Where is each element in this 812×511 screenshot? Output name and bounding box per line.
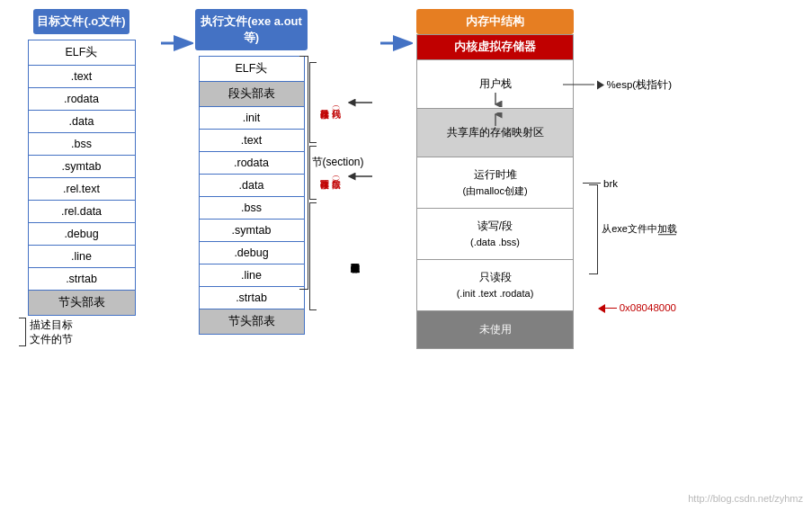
arrow1 bbox=[159, 9, 193, 54]
esp-label: %esp(栈指针) bbox=[563, 78, 672, 92]
seg1-arrow bbox=[347, 97, 374, 111]
arrow1-svg bbox=[159, 32, 193, 54]
col2-row-10: .strtab bbox=[200, 287, 304, 309]
col2-area: 执行文件(exe a.out等) ELF头 段头部表 .init .text .… bbox=[195, 9, 377, 335]
addr-label: 0x08048000 bbox=[599, 302, 676, 313]
col1-row-6: .rel.text bbox=[29, 178, 135, 201]
col1-row-0: ELF头 bbox=[29, 40, 135, 66]
col2-row-4: .rodata bbox=[200, 152, 304, 175]
mem-unused-wrap: 未使用 bbox=[417, 311, 573, 348]
col2-row-5: .data bbox=[200, 175, 304, 197]
col2-row-8: .debug bbox=[200, 242, 304, 264]
mem-readwrite: 读写/段(.data .bss) bbox=[417, 209, 573, 260]
from-exe-text: 从exe文件中加载 bbox=[602, 222, 677, 236]
arrow2-svg bbox=[379, 32, 413, 54]
col2-row-11: 节头部表 bbox=[200, 309, 304, 334]
col1-row-10: .strtab bbox=[29, 268, 135, 291]
col1-row-7: .rel.data bbox=[29, 201, 135, 223]
col1-row-2: .rodata bbox=[29, 88, 135, 111]
col1-row-3: .data bbox=[29, 111, 135, 133]
seg2-annot: 读写存储器段 （数据段） bbox=[309, 146, 341, 200]
mem-heap: 运行时堆(由malloc创建) bbox=[417, 157, 573, 209]
seg3-annot: 不加载到存储器的符号表和调试信息 bbox=[309, 202, 360, 310]
col2-sections: ELF头 段头部表 .init .text .rodata .data .bss… bbox=[199, 56, 305, 335]
main-container: 目标文件(.o文件) ELF头 .text .rodata .data .bss… bbox=[0, 0, 812, 511]
mem-user-stack-wrap: 用户栈 %esp(栈指针) bbox=[417, 60, 573, 109]
col1-row-11: 节头部表 bbox=[29, 291, 135, 315]
seg1-annot: 只读存储器段 （代码段） bbox=[309, 62, 341, 143]
mem-unused: 未使用 bbox=[417, 311, 573, 348]
seg2-arrow bbox=[347, 171, 374, 184]
col3-area: 内存中结构 内核虚拟存储器 用户栈 bbox=[416, 9, 574, 349]
col1-row-4: .bss bbox=[29, 133, 135, 156]
watermark: http://blog.csdn.net/zyhmz bbox=[688, 493, 803, 504]
col2-exec-file: 执行文件(exe a.out等) ELF头 段头部表 .init .text .… bbox=[195, 9, 308, 335]
up-arrow-shared bbox=[488, 112, 503, 127]
from-exe-area: 从exe文件中加载 bbox=[589, 184, 677, 274]
col2-row-2: .init bbox=[200, 107, 304, 130]
mem-readonly-wrap: 只读段(.init .text .rodata) 0x08048000 bbox=[417, 260, 573, 311]
col1-object-file: 目标文件(.o文件) ELF头 .text .rodata .data .bss… bbox=[7, 9, 156, 346]
col2-row-7: .symtab bbox=[200, 220, 304, 242]
col1-row-1: .text bbox=[29, 66, 135, 88]
col1-row-5: .symtab bbox=[29, 156, 135, 178]
col1-bottom-label: 描述目标 文件的节 bbox=[19, 318, 145, 346]
memory-structure: 内核虚拟存储器 用户栈 %esp(栈指针) bbox=[416, 34, 574, 349]
down-arrow-stack bbox=[488, 93, 503, 107]
mem-heap-wrap: 运行时堆(由malloc创建) brk bbox=[417, 157, 573, 209]
kernel-header: 内核虚拟存储器 bbox=[417, 35, 573, 60]
col2-header: 执行文件(exe a.out等) bbox=[195, 9, 308, 50]
arrow2 bbox=[379, 9, 413, 54]
col2-row-6: .bss bbox=[200, 197, 304, 220]
col1-sections: ELF头 .text .rodata .data .bss .symtab .r… bbox=[28, 40, 136, 316]
mem-readwrite-wrap: 读写/段(.data .bss) bbox=[417, 209, 573, 260]
col2-row-0: ELF头 bbox=[200, 57, 304, 82]
col2-row-9: .line bbox=[200, 264, 304, 287]
col1-header: 目标文件(.o文件) bbox=[33, 9, 129, 34]
col1-row-8: .debug bbox=[29, 223, 135, 246]
col2-row-3: .text bbox=[200, 130, 304, 152]
col3-header: 内存中结构 bbox=[416, 9, 574, 34]
mem-shared-lib-wrap: 共享库的存储映射区 bbox=[417, 109, 573, 157]
col1-bottom-text: 描述目标 文件的节 bbox=[30, 318, 73, 346]
mem-readonly: 只读段(.init .text .rodata) bbox=[417, 260, 573, 311]
col2-row-1: 段头部表 bbox=[200, 82, 304, 107]
col1-row-9: .line bbox=[29, 246, 135, 268]
